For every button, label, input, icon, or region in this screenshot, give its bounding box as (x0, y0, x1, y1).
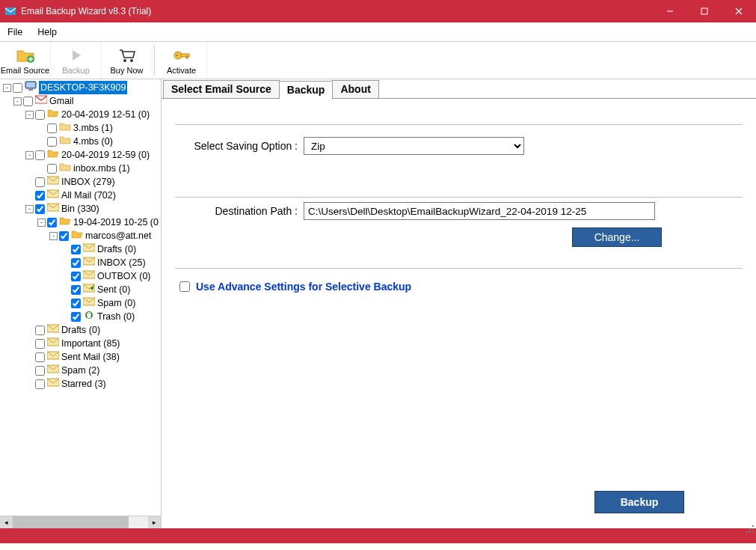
tree-node[interactable]: Starred (3) (1, 377, 161, 391)
tree-checkbox[interactable] (71, 299, 81, 308)
tree-node[interactable]: 4.mbs (0) (1, 135, 161, 148)
tree-checkbox[interactable] (47, 164, 57, 174)
tree-checkbox[interactable] (35, 150, 45, 160)
tree-expander[interactable]: - (25, 111, 34, 119)
close-button[interactable] (722, 0, 756, 22)
saving-option-select[interactable]: Zip (304, 137, 524, 155)
backup-button[interactable]: Backup (594, 491, 684, 513)
tree-checkbox[interactable] (71, 312, 81, 322)
scroll-right-arrow[interactable]: ▸ (148, 516, 161, 529)
tree-label[interactable]: INBOX (25) (97, 256, 146, 269)
tree-checkbox[interactable] (71, 285, 81, 295)
tree-node[interactable]: -DESKTOP-3F3K909 (1, 81, 161, 94)
tree-expander[interactable]: - (49, 232, 58, 240)
tree-label[interactable]: Spam (0) (97, 296, 135, 310)
tab-backup[interactable]: Backup (279, 81, 334, 99)
tree-node[interactable]: Spam (0) (1, 296, 161, 310)
tree-label[interactable]: inbox.mbs (1) (73, 162, 130, 175)
change-button[interactable]: Change... (572, 227, 662, 247)
activate-button[interactable]: Activate (156, 42, 207, 79)
tree-label[interactable]: 4.mbs (0) (73, 135, 113, 148)
tree-node[interactable]: Sent Mail (38) (1, 350, 161, 364)
advance-settings-checkbox[interactable] (179, 281, 190, 292)
menu-file[interactable]: File (0, 22, 30, 41)
tree-node[interactable]: 3.mbs (1) (1, 121, 161, 135)
email-source-button[interactable]: Email Source (0, 42, 51, 79)
tree-checkbox[interactable] (35, 379, 45, 389)
tree-node[interactable]: -marcos@att.net (1, 229, 161, 242)
tree-checkbox[interactable] (35, 339, 45, 349)
tree-label[interactable]: Important (85) (61, 337, 120, 350)
tree-checkbox[interactable] (47, 123, 57, 133)
scroll-left-arrow[interactable]: ◂ (0, 516, 13, 529)
tree-label[interactable]: 20-04-2019 12-51 (0) (61, 108, 150, 121)
tree-label[interactable]: All Mail (702) (61, 189, 116, 202)
tree-checkbox[interactable] (35, 110, 45, 120)
tree-checkbox[interactable] (47, 137, 57, 147)
tree-checkbox[interactable] (35, 204, 45, 214)
tree-node[interactable]: INBOX (25) (1, 256, 161, 269)
tree-checkbox[interactable] (71, 258, 81, 268)
tree-node[interactable]: -20-04-2019 12-51 (0) (1, 108, 161, 121)
tree-node[interactable]: inbox.mbs (1) (1, 162, 161, 175)
backup-toolbar-button[interactable]: Backup (51, 42, 102, 79)
tree-expander[interactable]: - (3, 84, 11, 92)
tree-node[interactable]: Trash (0) (1, 310, 161, 323)
tree-label[interactable]: Sent Mail (38) (61, 350, 120, 364)
tree-expander[interactable]: - (25, 151, 34, 159)
tree-node[interactable]: -19-04-2019 10-25 (0 (1, 216, 161, 229)
tree-node[interactable]: -20-04-2019 12-59 (0) (1, 148, 161, 162)
scroll-thumb[interactable] (13, 516, 129, 529)
tab-select-source[interactable]: Select Email Source (163, 80, 280, 98)
tree-checkbox[interactable] (13, 83, 22, 93)
tree-label[interactable]: Starred (3) (61, 377, 106, 391)
tree-node[interactable]: Important (85) (1, 337, 161, 350)
tab-about[interactable]: About (332, 80, 378, 98)
advance-settings-label[interactable]: Use Advance Settings for Selective Backu… (196, 281, 411, 293)
tree-label[interactable]: Drafts (0) (97, 242, 136, 256)
menu-help[interactable]: Help (30, 22, 64, 41)
tree-label[interactable]: Gmail (49, 94, 74, 108)
tree-label[interactable]: INBOX (279) (61, 175, 115, 189)
tree-horizontal-scrollbar[interactable]: ◂ ▸ (0, 516, 161, 528)
tree-checkbox[interactable] (35, 352, 45, 362)
tree-checkbox[interactable] (35, 177, 45, 187)
tree-node[interactable]: All Mail (702) (1, 189, 161, 202)
folder-tree[interactable]: -DESKTOP-3F3K909-Gmail-20-04-2019 12-51 … (0, 79, 161, 392)
maximize-button[interactable] (687, 0, 722, 22)
tree-checkbox[interactable] (47, 218, 57, 227)
tree-node[interactable]: INBOX (279) (1, 175, 161, 189)
tree-node[interactable]: Sent (0) (1, 283, 161, 296)
tree-checkbox[interactable] (35, 366, 45, 376)
tree-checkbox[interactable] (59, 231, 69, 241)
tree-label[interactable]: Drafts (0) (61, 323, 100, 337)
tree-node[interactable]: OUTBOX (0) (1, 269, 161, 283)
tree-label[interactable]: 3.mbs (1) (73, 121, 113, 135)
tree-node[interactable]: -Bin (330) (1, 202, 161, 216)
destination-input[interactable] (304, 202, 655, 220)
tree-label[interactable]: marcos@att.net (85, 229, 151, 242)
tree-label[interactable]: Bin (330) (61, 202, 99, 216)
tree-checkbox[interactable] (71, 245, 81, 254)
tree-expander[interactable]: - (37, 219, 46, 227)
tree-label[interactable]: 19-04-2019 10-25 (0 (73, 216, 159, 229)
tree-label[interactable]: DESKTOP-3F3K909 (39, 81, 127, 94)
tree-checkbox[interactable] (35, 326, 45, 335)
tree-checkbox[interactable] (35, 191, 45, 201)
minimize-button[interactable] (653, 0, 687, 22)
tree-label[interactable]: Spam (2) (61, 364, 99, 377)
tree-label[interactable]: 20-04-2019 12-59 (0) (61, 148, 150, 162)
tree-checkbox[interactable] (71, 272, 81, 281)
resize-grip[interactable] (746, 525, 755, 534)
scroll-track[interactable] (13, 516, 148, 529)
tree-expander[interactable]: - (25, 205, 34, 213)
buy-now-button[interactable]: Buy Now (102, 42, 153, 79)
tree-expander[interactable]: - (13, 97, 22, 106)
tree-label[interactable]: Sent (0) (97, 283, 130, 296)
tree-node[interactable]: Drafts (0) (1, 323, 161, 337)
tree-node[interactable]: -Gmail (1, 94, 161, 108)
tree-node[interactable]: Spam (2) (1, 364, 161, 377)
tree-label[interactable]: OUTBOX (0) (97, 269, 151, 283)
tree-node[interactable]: Drafts (0) (1, 242, 161, 256)
tree-label[interactable]: Trash (0) (97, 310, 135, 323)
